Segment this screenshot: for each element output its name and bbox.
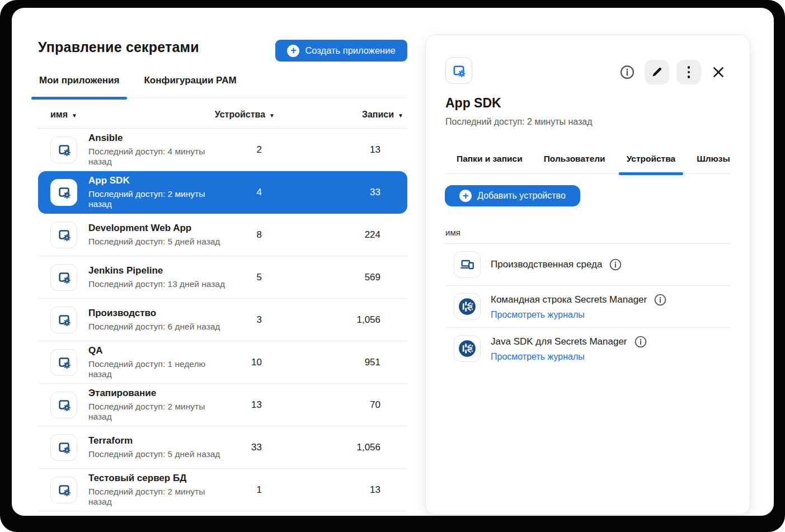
app-window-gear-icon xyxy=(50,349,77,376)
app-window-gear-icon xyxy=(50,136,77,163)
app-window-gear-icon xyxy=(50,392,77,418)
page-title: Управление секретами xyxy=(38,39,199,55)
tab-users[interactable]: Пользователи xyxy=(544,148,605,173)
close-button[interactable] xyxy=(708,60,728,84)
tab-devices[interactable]: Устройства xyxy=(627,148,676,173)
app-window-gear-icon xyxy=(50,179,77,206)
application-last-access: Последний доступ: 1 неделю назад xyxy=(88,359,228,379)
application-detail-panel: App SDK Последний доступ: 2 минуты назад… xyxy=(425,35,750,515)
application-row[interactable]: Terraform Последний доступ: 5 дней назад… xyxy=(38,426,407,469)
application-records-count: 1,056 xyxy=(262,314,380,326)
application-last-access: Последний доступ: 5 дней назад xyxy=(88,449,220,459)
application-records-count: 224 xyxy=(262,229,380,241)
tab-pam-configurations[interactable]: Конфигурации PAM xyxy=(143,70,237,98)
tab-folders-and-records[interactable]: Папки и записи xyxy=(457,148,523,173)
detail-last-access: Последний доступ: 2 минуты назад xyxy=(445,117,593,127)
application-last-access: Последний доступ: 6 дней назад xyxy=(88,322,220,332)
application-devices-count: 2 xyxy=(228,144,262,156)
info-icon[interactable] xyxy=(634,335,647,349)
application-devices-count: 10 xyxy=(228,357,262,368)
column-header-devices[interactable]: Устройства ▼ xyxy=(215,110,275,120)
add-device-label: Добавить устройство xyxy=(477,191,566,201)
main-tabs: Мои приложения Конфигурации PAM xyxy=(38,70,407,98)
application-records-count: 13 xyxy=(262,144,380,156)
sort-arrow-icon: ▼ xyxy=(269,112,275,119)
app-window-gear-icon xyxy=(445,57,472,84)
application-last-access: Последний доступ: 4 минуты назад xyxy=(88,147,228,167)
tab-my-applications[interactable]: Мои приложения xyxy=(38,70,120,98)
more-options-button[interactable] xyxy=(676,60,701,84)
application-row[interactable]: App SDK Последний доступ: 2 минуты назад… xyxy=(38,171,407,214)
device-row[interactable]: Производственная среда xyxy=(445,244,731,286)
view-logs-link[interactable]: Просмотреть журналы xyxy=(491,310,667,320)
application-name: Jenkins Pipeline xyxy=(88,265,225,276)
keeper-logo-icon xyxy=(454,293,481,320)
tab-gateways[interactable]: Шлюзы xyxy=(697,148,730,173)
device-name: Производственная среда xyxy=(491,259,602,270)
sort-arrow-icon: ▼ xyxy=(72,112,77,119)
application-devices-count: 3 xyxy=(228,314,262,326)
device-name: Командная строка Secrets Manager xyxy=(491,294,647,305)
application-records-count: 951 xyxy=(262,357,380,368)
app-window: Управление секретами + Создать приложени… xyxy=(12,8,774,516)
application-devices-count: 13 xyxy=(228,399,262,411)
application-name: Development Web App xyxy=(88,223,220,234)
application-devices-count: 4 xyxy=(228,187,262,198)
info-icon[interactable] xyxy=(617,60,637,84)
application-row[interactable]: Тестовый сервер БД Последний доступ: 2 м… xyxy=(38,469,407,511)
application-row[interactable]: Ansible Последний доступ: 4 минуты назад… xyxy=(38,129,407,171)
plus-icon: + xyxy=(459,190,472,202)
column-name-label: имя xyxy=(50,110,68,120)
application-name: Производство xyxy=(88,308,220,319)
pencil-icon xyxy=(650,65,664,79)
app-window-gear-icon xyxy=(50,434,77,461)
application-name: App SDK xyxy=(88,175,228,186)
application-name: Этапирование xyxy=(88,388,228,399)
plus-icon: + xyxy=(287,45,299,57)
info-icon[interactable] xyxy=(654,293,667,307)
edit-button[interactable] xyxy=(645,60,669,84)
application-last-access: Последний доступ: 5 дней назад xyxy=(88,237,220,247)
device-frame: Управление секретами + Создать приложени… xyxy=(0,0,785,532)
application-devices-count: 5 xyxy=(228,272,262,283)
info-icon[interactable] xyxy=(609,258,622,271)
application-name: QA xyxy=(88,345,228,356)
application-row[interactable]: Jenkins Pipeline Последний доступ: 13 дн… xyxy=(38,256,407,299)
app-window-gear-icon xyxy=(50,264,77,291)
application-devices-count: 33 xyxy=(228,442,262,453)
kebab-icon xyxy=(688,66,690,78)
add-device-button[interactable]: + Добавить устройство xyxy=(445,185,580,206)
application-devices-count: 1 xyxy=(228,484,262,496)
column-header-name[interactable]: имя ▼ xyxy=(50,110,77,120)
application-records-count: 1,056 xyxy=(262,442,380,453)
column-devices-label: Устройства xyxy=(215,110,265,120)
applications-list: Ansible Последний доступ: 4 минуты назад… xyxy=(38,129,407,511)
device-row[interactable]: Java SDK для Secrets Manager Просмотреть… xyxy=(445,328,731,369)
application-records-count: 70 xyxy=(262,399,380,411)
application-row[interactable]: Производство Последний доступ: 6 дней на… xyxy=(38,299,407,341)
app-window-gear-icon xyxy=(50,307,77,333)
application-row[interactable]: Development Web App Последний доступ: 5 … xyxy=(38,214,407,256)
application-name: Terraform xyxy=(88,435,220,446)
application-last-access: Последний доступ: 2 минуты назад xyxy=(88,189,228,209)
application-row[interactable]: QA Последний доступ: 1 неделю назад 10 9… xyxy=(38,341,407,384)
application-name: Тестовый сервер БД xyxy=(88,473,228,484)
sort-arrow-icon: ▼ xyxy=(398,112,403,119)
application-records-count: 33 xyxy=(262,187,380,198)
application-records-count: 13 xyxy=(262,484,380,496)
device-list-header: имя xyxy=(445,228,460,237)
application-row[interactable]: Этапирование Последний доступ: 2 минуты … xyxy=(38,384,407,426)
view-logs-link[interactable]: Просмотреть журналы xyxy=(491,352,647,362)
close-icon xyxy=(711,65,726,79)
application-records-count: 569 xyxy=(262,272,380,283)
applications-table-header: имя ▼ Устройства ▼ Записи ▼ xyxy=(38,104,407,129)
create-application-button[interactable]: + Создать приложение xyxy=(275,40,407,62)
application-devices-count: 8 xyxy=(228,229,262,241)
column-header-records[interactable]: Записи ▼ xyxy=(362,110,403,120)
create-application-label: Создать приложение xyxy=(305,45,395,56)
secrets-management-pane: Управление секретами + Создать приложени… xyxy=(38,8,407,516)
detail-title: App SDK xyxy=(445,96,501,111)
device-row[interactable]: Командная строка Secrets Manager Просмот… xyxy=(445,286,731,328)
application-name: Ansible xyxy=(88,133,228,144)
application-last-access: Последний доступ: 13 дней назад xyxy=(88,279,225,289)
